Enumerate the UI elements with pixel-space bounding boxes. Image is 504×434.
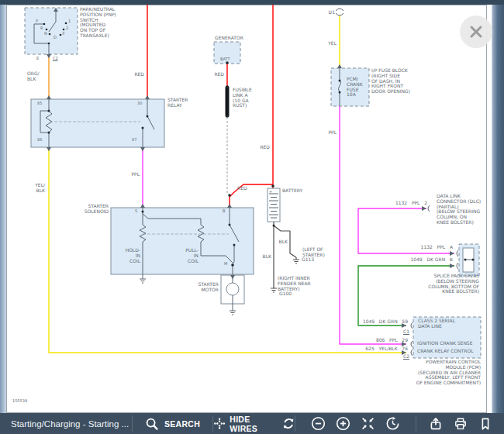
export-icon [429, 417, 443, 431]
search-label: SEARCH [164, 419, 200, 429]
print-icon [454, 417, 468, 431]
solenoid-terminal-m: M [224, 262, 227, 266]
wire-label-ppl-1: PPL [131, 172, 140, 177]
close-icon [468, 24, 484, 40]
ignition-crank-sense-label: IGNITION CRANK SENSE [417, 341, 472, 346]
battery-label: BATTERY [282, 188, 302, 194]
relay-pin-86: 86 [37, 138, 42, 142]
bookmark-icon [478, 417, 492, 431]
hide-wires-label: HIDE WIRES [230, 415, 278, 433]
dlc-label: DATA LINK CONNECTOR (DLC) (PARTIAL) (BEL… [437, 194, 481, 226]
circuit-806-pin29: 806 PPL 29 [376, 338, 408, 343]
top-edge-strip [0, 0, 504, 5]
connector-d1-label: D1 [329, 10, 335, 16]
bottom-toolbar: Starting/Charging - Starting ... SEARCH [0, 413, 504, 434]
relay-pin-30: 30 [137, 102, 142, 105]
relay-pin-87: 87 [132, 138, 136, 142]
circuit-1132-pina: 1132 PPL A [421, 245, 453, 250]
export-button[interactable] [429, 417, 443, 431]
g100-label: G100 [279, 291, 292, 297]
wire-label-yel: YEL [328, 41, 337, 46]
pcm-label: POWERTRAIN CONTROL MODULE (PCM) (SECURED… [416, 360, 481, 386]
hide-wires-button[interactable]: HIDE WIRES [213, 413, 295, 434]
pcm-connector-c2: C2 [403, 354, 409, 360]
reset-view-button[interactable] [385, 416, 400, 431]
diagram-canvas[interactable] [6, 5, 487, 413]
circuit-1049-pinb: 1049 DK GRN B [410, 257, 453, 263]
bookmark-button[interactable] [478, 417, 492, 431]
g113-label: G113 [302, 257, 314, 263]
diagram-title: Starting/Charging - Starting ... [11, 419, 129, 429]
crank-relay-control-label: CRANK RELAY CONTROL [417, 349, 474, 354]
diagram-title-button[interactable]: Starting/Charging - Starting ... [0, 413, 132, 434]
pcm-crank-fuse-label: PCM/ CRANK FUSE 10A [347, 77, 363, 98]
pnp-contact-2: 2 [66, 26, 68, 30]
circuit-1049-pin59: 1049 DK GRN 59 [363, 319, 408, 325]
generator-batt-terminal: BATT [220, 57, 230, 61]
connector-c2: C2 [53, 57, 58, 60]
reset-view-icon [385, 416, 400, 431]
wire-label-org-blk: ORG/ BLK [27, 71, 40, 82]
battery-plus: + [269, 190, 272, 194]
pull-in-coil-label: PULL- IN COIL [185, 248, 198, 264]
wire-label-blk-1: BLK [263, 254, 271, 260]
zoom-out-button[interactable] [311, 416, 326, 431]
fit-to-screen-icon [361, 416, 375, 431]
circuit-1132-pin2: 1132 PPL 2 [395, 201, 427, 206]
circuit-625-pin76: 625 YEL/BLK 76 [365, 346, 408, 352]
class2-serial-label: CLASS 2 SERIAL DATA LINE [418, 319, 455, 329]
zoom-in-button[interactable] [336, 416, 350, 431]
pnp-switch-label: PARK/NEUTRAL POSITION (PNP) SWITCH (MOUN… [80, 7, 116, 39]
wire-label-red-4: RED [237, 186, 247, 191]
diagram-number: 155539 [12, 399, 27, 403]
wiring-diagram-viewer: PARK/NEUTRAL POSITION (PNP) SWITCH (MOUN… [0, 0, 504, 434]
generator-label: GENERATOR [215, 36, 243, 41]
pnp-contact-d: D [54, 36, 57, 40]
scrollbar-thumb[interactable] [492, 5, 504, 413]
fusible-link-label: FUSIBLE LINK A (10 GA RUST) [233, 88, 252, 108]
pnp-contact-n: N [44, 32, 47, 36]
pnp-contact-1: 1 [68, 19, 71, 23]
search-button[interactable]: SEARCH [133, 413, 212, 434]
move-wires-icon [213, 417, 226, 430]
splice-pack-label: SPLICE PACK SP205 (BELOW STEERING COLUMN… [428, 274, 479, 294]
starter-solenoid-label: STARTER SOLENOID [85, 204, 109, 215]
hold-in-coil-label: HOLD- IN COIL [126, 248, 140, 264]
terminal-e: E [36, 57, 39, 60]
wire-label-red-1: RED [134, 72, 144, 78]
zoom-in-icon [336, 416, 350, 431]
starter-relay-label: STARTER RELAY [167, 98, 188, 108]
zoom-controls [295, 413, 416, 434]
pcm-connector-c1: C1 [403, 329, 409, 335]
close-button[interactable] [460, 16, 492, 48]
left-edge-strip [0, 5, 6, 413]
document-actions [416, 413, 504, 434]
search-icon [145, 417, 159, 431]
solenoid-terminal-s: S [135, 209, 137, 213]
wire-label-blk-2: BLK [279, 239, 288, 245]
wire-label-red-3: RED [260, 145, 270, 150]
ip-fuse-block-label: I/P FUSE BLOCK (RIGHT SIDE OF DASH, IN R… [371, 68, 410, 95]
pnp-contact-p: P [36, 19, 38, 23]
refresh-wires-icon[interactable] [282, 417, 295, 430]
wire-label-red-2: RED [214, 72, 224, 78]
fit-to-screen-button[interactable] [361, 416, 375, 431]
wire-label-ppl-2: PPL [328, 130, 337, 136]
solenoid-terminal-b: B [223, 209, 225, 213]
zoom-out-icon [311, 416, 326, 431]
print-button[interactable] [454, 417, 468, 431]
wire-label-yel-blk: YEL/ BLK [35, 183, 45, 194]
pnp-contact-r: R [40, 26, 43, 30]
starter-motor-label: STARTER MOTOR [198, 282, 219, 293]
g100-location-label: (RIGHT INNER FENDER NEAR BATTERY) [278, 276, 311, 291]
pnp-contact-3: 3 [62, 32, 64, 36]
scrollbar-track[interactable] [492, 5, 504, 413]
relay-pin-85: 85 [37, 102, 42, 105]
